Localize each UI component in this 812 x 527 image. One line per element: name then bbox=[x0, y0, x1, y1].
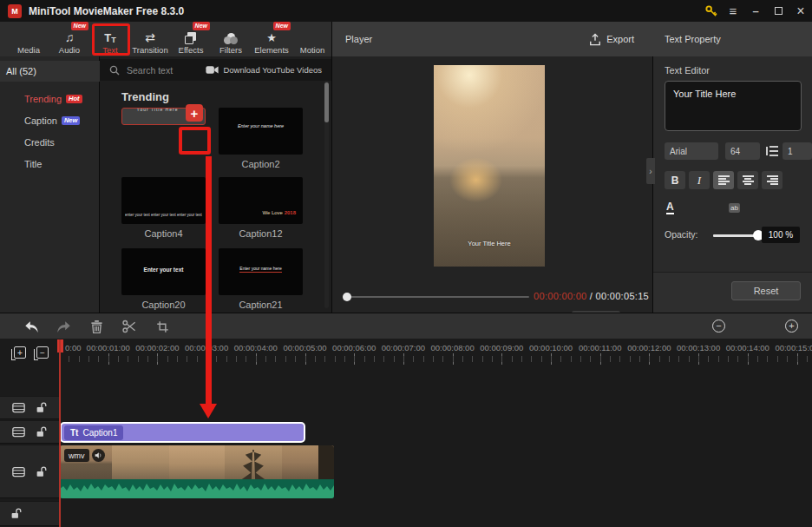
collapse-panel-handle[interactable] bbox=[646, 158, 655, 184]
unlock-icon[interactable] bbox=[36, 426, 47, 438]
menu-icon[interactable] bbox=[722, 0, 744, 22]
tab-motion[interactable]: Motion bbox=[292, 23, 332, 55]
elements-star-icon bbox=[266, 30, 277, 44]
timeline-toolbar bbox=[0, 313, 812, 339]
close-button[interactable] bbox=[789, 0, 812, 22]
text-editor-input[interactable]: Your Title Here bbox=[665, 81, 802, 131]
download-youtube-button[interactable]: Download YouTube Videos bbox=[206, 59, 322, 81]
template-caption4[interactable]: enter your text enter your text enter yo… bbox=[121, 177, 206, 239]
ruler-label: 00:00:14:00 bbox=[726, 343, 769, 352]
tab-effects[interactable]: Effects New bbox=[171, 23, 211, 55]
ruler-label: 00:00:15:00 bbox=[775, 343, 812, 352]
highlight-color-icon[interactable]: ab bbox=[729, 203, 740, 213]
align-center-button[interactable] bbox=[737, 171, 758, 189]
unlock-icon[interactable] bbox=[36, 402, 47, 413]
sidebar-item-all[interactable]: All (52) bbox=[0, 61, 100, 82]
effects-layers-icon bbox=[185, 30, 197, 44]
seek-slider-knob[interactable] bbox=[343, 293, 351, 301]
template-caption20[interactable]: Enter your text Caption20 bbox=[121, 248, 206, 310]
align-left-button[interactable] bbox=[713, 171, 734, 189]
line-spacing-select[interactable]: 1 bbox=[783, 142, 812, 160]
hot-badge: Hot bbox=[66, 95, 82, 103]
current-time: 00:00:00:00 bbox=[534, 291, 586, 301]
unlock-icon[interactable] bbox=[10, 508, 22, 519]
new-badge: New bbox=[71, 22, 88, 30]
zoom-in-button[interactable] bbox=[785, 319, 798, 333]
undo-button[interactable] bbox=[23, 319, 39, 334]
playhead-line bbox=[59, 339, 61, 527]
text-color-icon[interactable]: A bbox=[666, 201, 674, 214]
seek-slider[interactable] bbox=[345, 296, 529, 298]
align-right-button[interactable] bbox=[762, 171, 783, 189]
player-title: Player bbox=[345, 34, 372, 44]
export-icon bbox=[589, 33, 601, 46]
filters-cloud-icon bbox=[224, 30, 238, 44]
preview-caption-overlay[interactable]: Your Title Here bbox=[434, 240, 545, 247]
text-tt-icon: Tt bbox=[70, 428, 78, 438]
app-window: M MiniTool MovieMaker Free 8.3.0 Media A… bbox=[0, 0, 812, 527]
sidebar-item-trending[interactable]: Trending Hot bbox=[0, 89, 100, 109]
split-scissors-button[interactable] bbox=[121, 319, 137, 334]
player-panel: Player Export Your Title Here 00:00:00:0… bbox=[332, 22, 653, 313]
library-scrollbar[interactable] bbox=[324, 81, 329, 308]
template-thumbnail: Enter your name here bbox=[219, 108, 303, 155]
text-tt-icon: TT bbox=[104, 30, 115, 44]
zoom-to-fit-icon[interactable] bbox=[691, 319, 706, 334]
maximize-button[interactable] bbox=[767, 0, 789, 22]
search-bar: Search text Download YouTube Videos bbox=[100, 59, 332, 81]
titlebar: M MiniTool MovieMaker Free 8.3.0 bbox=[0, 0, 812, 22]
tab-media[interactable]: Media bbox=[9, 23, 49, 55]
template-caption1[interactable]: Your Title Here + Caption1 bbox=[121, 108, 206, 122]
template-caption21[interactable]: Enter your name here Caption21 bbox=[219, 248, 303, 310]
bold-button[interactable]: B bbox=[665, 171, 685, 189]
track-header-video bbox=[0, 445, 59, 498]
record-red-icon[interactable] bbox=[645, 319, 661, 334]
opacity-label: Opacity: bbox=[665, 229, 698, 240]
font-size-select[interactable]: 64 bbox=[725, 142, 760, 160]
ruler-label: 00:00:02:00 bbox=[135, 343, 179, 352]
ruler-label: 00:00:04:00 bbox=[234, 343, 278, 352]
template-caption12[interactable]: We Love 2018 Caption12 bbox=[219, 177, 303, 239]
template-thumbnail: We Love 2018 bbox=[219, 177, 303, 224]
collapse-tracks-icon[interactable] bbox=[36, 346, 49, 359]
sidebar-item-caption[interactable]: Caption New bbox=[0, 111, 100, 130]
template-thumbnail: Enter your name here bbox=[219, 248, 303, 295]
timeline-caption-clip[interactable]: Tt Caption1 bbox=[60, 422, 305, 443]
total-time: 00:00:05:15 bbox=[596, 291, 649, 301]
clip-audio-icon[interactable] bbox=[92, 449, 105, 462]
opacity-value: 100 % bbox=[762, 227, 800, 243]
timeline-ruler[interactable]: 0:0000:00:01:0000:00:02:0000:00:03:0000:… bbox=[59, 339, 812, 366]
ruler-label: 0:00 bbox=[65, 343, 82, 352]
redo-button[interactable] bbox=[56, 319, 71, 334]
annotation-arrow-head bbox=[200, 404, 217, 418]
tab-elements[interactable]: Elements New bbox=[252, 23, 291, 55]
unlock-icon[interactable] bbox=[36, 466, 47, 478]
film-track-icon bbox=[12, 426, 25, 438]
add-to-timeline-button[interactable]: + bbox=[186, 104, 203, 122]
video-preview[interactable]: Your Title Here bbox=[434, 65, 545, 267]
ruler-label: 00:00:07:00 bbox=[382, 343, 425, 352]
zoom-out-button[interactable] bbox=[712, 319, 725, 333]
italic-button[interactable]: I bbox=[689, 171, 710, 189]
timeline-video-clip[interactable]: wmv bbox=[60, 445, 334, 498]
annotation-arrow-shaft bbox=[206, 156, 212, 405]
minimize-button[interactable] bbox=[744, 0, 767, 22]
search-input[interactable]: Search text bbox=[127, 65, 173, 76]
ruler-label: 00:00:13:00 bbox=[677, 343, 720, 352]
font-family-select[interactable]: Arial bbox=[665, 142, 718, 160]
export-button[interactable]: Export bbox=[589, 22, 634, 56]
reset-button[interactable]: Reset bbox=[731, 281, 801, 300]
text-template-library: Search text Download YouTube Videos Tren… bbox=[100, 56, 332, 313]
align-center-icon bbox=[743, 175, 754, 185]
license-key-icon[interactable] bbox=[699, 0, 722, 22]
expand-tracks-icon[interactable] bbox=[14, 346, 26, 359]
tab-filters[interactable]: Filters bbox=[211, 23, 251, 55]
sidebar-item-title[interactable]: Title bbox=[0, 155, 100, 174]
sidebar-item-credits[interactable]: Credits bbox=[0, 133, 100, 152]
delete-button[interactable] bbox=[88, 319, 104, 334]
template-caption2[interactable]: Enter your name here Caption2 bbox=[219, 108, 303, 169]
tab-text[interactable]: TT Text bbox=[90, 23, 130, 55]
tab-audio[interactable]: Audio New bbox=[49, 23, 89, 55]
crop-button[interactable] bbox=[154, 319, 170, 334]
tab-transition[interactable]: Transition bbox=[130, 23, 170, 55]
